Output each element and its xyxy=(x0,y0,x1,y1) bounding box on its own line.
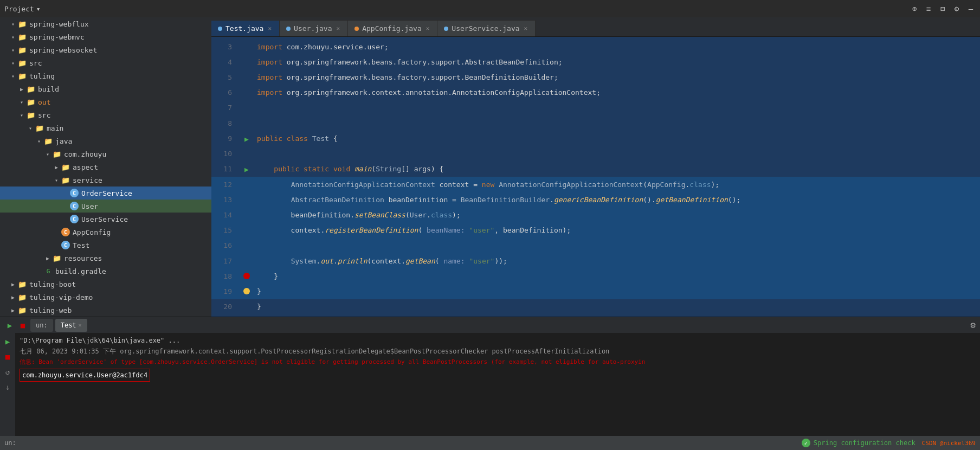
sidebar-item-spring-webmvc[interactable]: ▾ 📁 spring-webmvc xyxy=(0,30,211,43)
collapse-icon[interactable]: ≡ xyxy=(924,4,933,14)
tab-user[interactable]: User.java ✕ xyxy=(280,20,348,36)
line-number: 9 xyxy=(211,131,238,146)
sidebar-item-appconfig[interactable]: C AppConfig xyxy=(0,226,211,239)
line-number: 10 xyxy=(211,146,238,162)
line-gutter xyxy=(238,85,255,100)
line-content: import org.springframework.beans.factory… xyxy=(255,54,980,69)
line-gutter xyxy=(238,284,255,299)
sidebar-item-label: UserService xyxy=(81,215,128,223)
tab-dot-user xyxy=(286,27,291,31)
sidebar-item-tuling-boot[interactable]: ▶ 📁 tuling-boot xyxy=(0,278,211,291)
project-chevron-icon: ▾ xyxy=(36,5,41,13)
sidebar-item-tuling[interactable]: ▾ 📁 tuling xyxy=(0,69,211,82)
line-gutter xyxy=(238,146,255,162)
console-rerun-icon[interactable]: ↺ xyxy=(2,367,13,377)
run-arrow-11[interactable]: ▶ xyxy=(244,165,249,173)
sidebar-item-label: spring-webmvc xyxy=(29,33,85,41)
line-gutter xyxy=(238,268,255,284)
sidebar-item-out[interactable]: ▾ 📁 out xyxy=(0,95,211,108)
sidebar-item-comzhouyu[interactable]: ▾ 📁 com.zhouyu xyxy=(0,147,211,160)
tab-test[interactable]: Test.java ✕ xyxy=(211,20,280,36)
tab-close-user[interactable]: ✕ xyxy=(336,24,341,33)
tab-label-appconfig: AppConfig.java xyxy=(362,24,422,33)
line-content xyxy=(255,146,980,162)
sidebar-item-spring-webflux[interactable]: ▾ 📁 spring-webflux xyxy=(0,17,211,30)
sidebar-item-label: service xyxy=(73,176,102,184)
line-content: import org.springframework.beans.factory… xyxy=(255,69,980,85)
console-run-icon[interactable]: ▶ xyxy=(2,336,13,347)
sidebar-item-main[interactable]: ▾ 📁 main xyxy=(0,121,211,134)
sidebar-item-label: build xyxy=(38,85,59,93)
sidebar-item-aspect[interactable]: ▶ 📁 aspect xyxy=(0,160,211,173)
line-number: 12 xyxy=(211,177,238,192)
tab-label-test: Test.java xyxy=(225,24,263,33)
line-gutter xyxy=(238,115,255,131)
line-gutter xyxy=(238,223,255,238)
sidebar-item-label: spring-webflux xyxy=(29,20,89,28)
sidebar-item-label: resources xyxy=(64,254,102,262)
console-stop-icon[interactable]: ■ xyxy=(2,351,13,362)
sidebar-item-test[interactable]: C Test xyxy=(0,239,211,252)
sidebar-item-java[interactable]: ▾ 📁 java xyxy=(0,134,211,147)
line-gutter xyxy=(238,39,255,54)
run-icon[interactable]: ▶ xyxy=(4,320,15,331)
bottom-tab-close-test[interactable]: ✕ xyxy=(79,322,82,328)
tab-userservice[interactable]: UserService.java ✕ xyxy=(437,20,536,36)
line-number: 8 xyxy=(211,115,238,131)
console-output[interactable]: "D:\Program File\jdk\64\bin\java.exe" ..… xyxy=(15,333,980,436)
locate-icon[interactable]: ⊕ xyxy=(910,4,919,14)
tab-appconfig[interactable]: AppConfig.java ✕ xyxy=(348,20,437,36)
line-number: 19 xyxy=(211,284,238,299)
line-number: 16 xyxy=(211,238,238,253)
bottom-tab-bar: ▶ ■ un: Test ✕ ⚙ xyxy=(0,317,980,333)
bottom-gear-icon[interactable]: ⚙ xyxy=(970,320,976,330)
line-content: } xyxy=(255,299,980,314)
sidebar-item-user[interactable]: C User xyxy=(0,200,211,213)
sidebar-item-tuling-web[interactable]: ▶ 📁 tuling-web xyxy=(0,304,211,317)
status-run-label: un: xyxy=(4,439,16,447)
code-line-10: 10 xyxy=(211,146,980,162)
line-gutter: ▶ xyxy=(238,131,255,146)
sidebar-item-userservice[interactable]: C UserService xyxy=(0,213,211,226)
code-line-6: 6 import org.springframework.context.ann… xyxy=(211,85,980,100)
line-gutter: ▶ xyxy=(238,162,255,177)
sidebar-item-resources[interactable]: ▶ 📁 resources xyxy=(0,252,211,265)
sidebar[interactable]: ▾ 📁 spring-webflux ▾ 📁 spring-webmvc ▾ 📁… xyxy=(0,17,211,317)
filter-icon[interactable]: ⊟ xyxy=(938,4,947,14)
editor-area: Test.java ✕ User.java ✕ AppConfig.java ✕… xyxy=(211,17,980,317)
sidebar-item-buildgradle[interactable]: G build.gradle xyxy=(0,265,211,278)
console-scroll-icon[interactable]: ↓ xyxy=(2,382,13,393)
code-line-9: 9 ▶ public class Test { xyxy=(211,131,980,146)
bottom-tab-test[interactable]: Test ✕ xyxy=(55,319,87,332)
line-content: import com.zhouyu.service.user; xyxy=(255,39,980,54)
run-arrow-9[interactable]: ▶ xyxy=(244,135,249,143)
code-editor[interactable]: 3 import com.zhouyu.service.user; 4 impo… xyxy=(211,37,980,317)
line-gutter xyxy=(238,54,255,69)
sidebar-item-service[interactable]: ▾ 📁 service xyxy=(0,173,211,187)
settings-icon[interactable]: ⚙ xyxy=(952,4,962,14)
spring-check[interactable]: ✓ Spring configuration check xyxy=(802,439,915,447)
line-number: 7 xyxy=(211,100,238,115)
minimize-icon[interactable]: — xyxy=(966,4,976,14)
console-side-icons: ▶ ■ ↺ ↓ xyxy=(0,333,15,436)
tab-close-appconfig[interactable]: ✕ xyxy=(425,24,431,33)
bottom-inner: ▶ ■ ↺ ↓ "D:\Program File\jdk\64\bin\java… xyxy=(0,333,980,436)
code-line-14: 14 beanDefinition.setBeanClass(User.clas… xyxy=(211,207,980,222)
bottom-tab-un[interactable]: un: xyxy=(30,319,53,332)
sidebar-item-orderservice[interactable]: C OrderService xyxy=(0,187,211,200)
stop-icon[interactable]: ■ xyxy=(17,320,28,331)
sidebar-item-src2[interactable]: ▾ 📁 src xyxy=(0,108,211,121)
breakpoint-18[interactable] xyxy=(243,273,250,279)
sidebar-item-build[interactable]: ▶ 📁 build xyxy=(0,82,211,95)
tab-close-test[interactable]: ✕ xyxy=(267,24,273,33)
sidebar-item-tuling-vip-demo[interactable]: ▶ 📁 tuling-vip-demo xyxy=(0,291,211,304)
csdn-badge: CSDN @nickel369 xyxy=(922,440,976,447)
tab-close-userservice[interactable]: ✕ xyxy=(523,24,529,33)
sidebar-item-label: aspect xyxy=(73,163,98,171)
sidebar-item-spring-websocket[interactable]: ▾ 📁 spring-websocket xyxy=(0,43,211,56)
code-line-11: 11 ▶ public static void main(String[] ar… xyxy=(211,162,980,177)
line-number: 3 xyxy=(211,39,238,54)
project-dropdown[interactable]: Project ▾ xyxy=(4,5,41,13)
sidebar-item-src[interactable]: ▾ 📁 src xyxy=(0,56,211,69)
line-content: } xyxy=(255,268,980,284)
